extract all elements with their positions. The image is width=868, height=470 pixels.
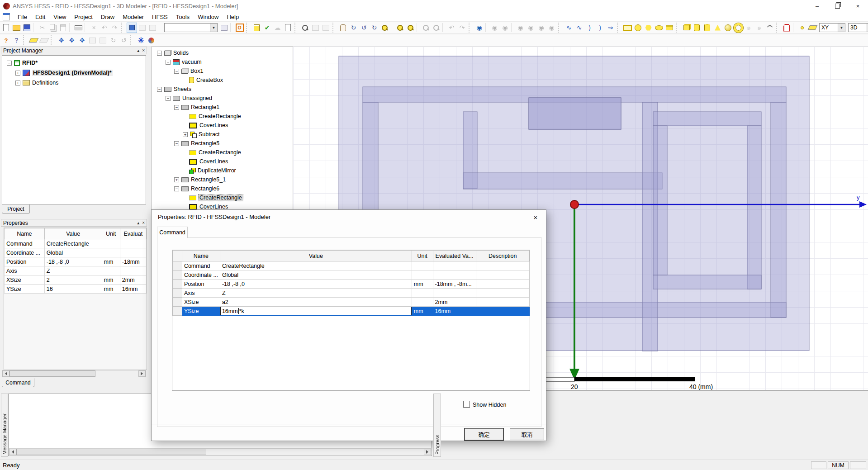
property-row[interactable]: Position-18 ,-8 ,0mm-18mm bbox=[5, 257, 147, 266]
collapse-icon[interactable]: − bbox=[174, 105, 179, 110]
property-cell[interactable]: Position bbox=[5, 257, 45, 266]
property-cell[interactable]: Axis bbox=[5, 266, 45, 275]
column-header-evaluat[interactable]: Evaluat bbox=[120, 228, 146, 239]
expand-icon[interactable]: + bbox=[183, 132, 188, 137]
property-cell[interactable] bbox=[120, 239, 146, 248]
dialog-property-cell[interactable]: Command bbox=[182, 261, 220, 271]
move-xy-icon[interactable]: ✥ bbox=[66, 35, 77, 46]
expand-icon[interactable]: + bbox=[174, 177, 179, 182]
dialog-property-cell[interactable]: Coordinate ... bbox=[182, 271, 220, 280]
tab-command[interactable]: Command bbox=[2, 378, 34, 387]
scroll-right-button[interactable] bbox=[138, 370, 146, 377]
dialog-property-row-position[interactable]: Position-18 ,-8 ,0mm-18mm , -8m... bbox=[173, 280, 530, 289]
draw-ellipse-icon[interactable] bbox=[654, 23, 664, 33]
model-sheet[interactable] bbox=[653, 126, 667, 275]
align-face-icon[interactable] bbox=[87, 35, 98, 46]
draw-polyhedron-icon[interactable] bbox=[782, 23, 792, 33]
tree-item-vacuum[interactable]: −vacuum bbox=[166, 57, 202, 66]
model-sheet[interactable] bbox=[653, 275, 761, 289]
collapse-icon[interactable]: − bbox=[157, 87, 162, 92]
close-button[interactable]: × bbox=[848, 0, 868, 12]
print-icon[interactable] bbox=[73, 23, 84, 33]
dialog-property-cell[interactable] bbox=[412, 289, 433, 298]
draw-cylinder-icon[interactable] bbox=[692, 23, 702, 33]
panel-close-icon[interactable]: × bbox=[142, 220, 145, 225]
pan-icon[interactable] bbox=[338, 23, 348, 33]
menu-edit[interactable]: Edit bbox=[31, 13, 49, 21]
row-selector[interactable] bbox=[173, 261, 182, 271]
scroll-thumb[interactable] bbox=[16, 449, 206, 455]
scroll-right-button[interactable] bbox=[424, 449, 431, 455]
model-sheet[interactable] bbox=[653, 112, 761, 126]
dialog-property-cell[interactable]: Z bbox=[220, 289, 412, 298]
dialog-property-cell[interactable]: 16mm bbox=[433, 307, 476, 316]
panel-collapse-icon[interactable]: ▴ bbox=[137, 220, 139, 225]
property-cell[interactable] bbox=[102, 239, 120, 248]
tree-item-rectangle6[interactable]: −Rectangle6 bbox=[174, 184, 219, 193]
progress-strip[interactable]: Progress bbox=[433, 394, 441, 457]
tree-item-duplicatemirror[interactable]: DuplicateMirror bbox=[183, 166, 236, 175]
cut-icon[interactable]: ✂ bbox=[37, 23, 47, 33]
property-cell[interactable]: 16 bbox=[44, 285, 102, 294]
zoom-in-window-icon[interactable] bbox=[395, 23, 405, 33]
property-cell[interactable]: 16mm bbox=[120, 285, 146, 294]
draw-plane-icon[interactable] bbox=[807, 23, 818, 33]
column-header-Description[interactable]: Description bbox=[476, 251, 530, 261]
tree-item-definitions[interactable]: +Definitions bbox=[15, 78, 58, 87]
dialog-property-cell[interactable]: Global bbox=[220, 271, 412, 280]
property-cell[interactable]: Coordinate ... bbox=[5, 248, 45, 257]
dialog-property-cell[interactable]: 16mm*k bbox=[220, 307, 412, 316]
dialog-property-cell[interactable] bbox=[476, 289, 530, 298]
dialog-property-row-coordinate-[interactable]: Coordinate ...Global bbox=[173, 271, 530, 280]
model-sheet[interactable] bbox=[771, 102, 786, 318]
tree-item-rectangle5-1[interactable]: +Rectangle5_1 bbox=[174, 175, 226, 184]
ok-button[interactable]: 确定 bbox=[465, 428, 503, 440]
menu-tools[interactable]: Tools bbox=[172, 13, 194, 21]
menu-hfss[interactable]: HFSS bbox=[148, 13, 172, 21]
cancel-button[interactable]: 取消 bbox=[510, 428, 544, 440]
select-object-icon[interactable] bbox=[127, 23, 137, 33]
property-cell[interactable]: -18 ,-8 ,0 bbox=[44, 257, 102, 266]
validate-icon[interactable]: ✔ bbox=[262, 23, 272, 33]
tree-item-rfid-[interactable]: −RFID* bbox=[7, 58, 38, 67]
dialog-property-cell[interactable] bbox=[476, 298, 530, 307]
draw-arc-3pt-icon[interactable]: ) bbox=[595, 23, 605, 33]
dialog-property-cell[interactable]: -18 ,-8 ,0 bbox=[220, 280, 412, 289]
row-selector[interactable] bbox=[173, 280, 182, 289]
scroll-left-button[interactable] bbox=[2, 370, 9, 377]
expand-icon[interactable]: + bbox=[15, 81, 20, 85]
panel-collapse-icon[interactable]: ▴ bbox=[137, 48, 139, 53]
property-cell[interactable]: mm bbox=[102, 285, 120, 294]
tree-item-sheets[interactable]: −Sheets bbox=[157, 85, 191, 94]
draw-spline-icon[interactable]: ∿ bbox=[574, 23, 584, 33]
rotate-current-axis-icon[interactable]: ↺ bbox=[359, 23, 369, 33]
tree-item-subtract[interactable]: +Subtract bbox=[183, 130, 220, 139]
chevron-down-icon[interactable]: ▼ bbox=[210, 24, 217, 32]
column-header-Evaluated Va...[interactable]: Evaluated Va... bbox=[433, 251, 476, 261]
tree-item-createrectangle[interactable]: CreateRectangle bbox=[183, 148, 241, 157]
collapse-icon[interactable]: − bbox=[157, 51, 162, 56]
message-manager-strip[interactable]: Message Manager bbox=[1, 394, 8, 457]
column-header-Value[interactable]: Value bbox=[220, 251, 412, 261]
zoom-out-window-icon[interactable] bbox=[405, 23, 416, 33]
menu-view[interactable]: View bbox=[49, 13, 70, 21]
save-icon[interactable] bbox=[22, 23, 32, 33]
dialog-property-cell[interactable] bbox=[476, 261, 530, 271]
select-face-icon[interactable] bbox=[137, 23, 147, 33]
property-cell[interactable]: Global bbox=[44, 248, 102, 257]
collapse-icon[interactable]: − bbox=[174, 186, 179, 191]
copy-icon[interactable] bbox=[47, 23, 58, 33]
draw-cone-icon[interactable] bbox=[712, 23, 723, 33]
zoom-dynamic-icon[interactable] bbox=[379, 23, 390, 33]
delete-icon[interactable]: × bbox=[89, 23, 99, 33]
property-cell[interactable]: Z bbox=[44, 266, 102, 275]
property-cell[interactable]: 2 bbox=[44, 275, 102, 285]
draw-polygon-icon[interactable] bbox=[643, 23, 654, 33]
dialog-property-cell[interactable]: Axis bbox=[182, 289, 220, 298]
copy-image-icon[interactable] bbox=[321, 23, 331, 33]
dialog-property-cell[interactable]: Position bbox=[182, 280, 220, 289]
show-selection-icon[interactable]: ◉ bbox=[500, 23, 510, 33]
dialog-property-cell[interactable] bbox=[476, 307, 530, 316]
dialog-property-cell[interactable] bbox=[412, 261, 433, 271]
align-edge-icon[interactable] bbox=[98, 35, 108, 46]
